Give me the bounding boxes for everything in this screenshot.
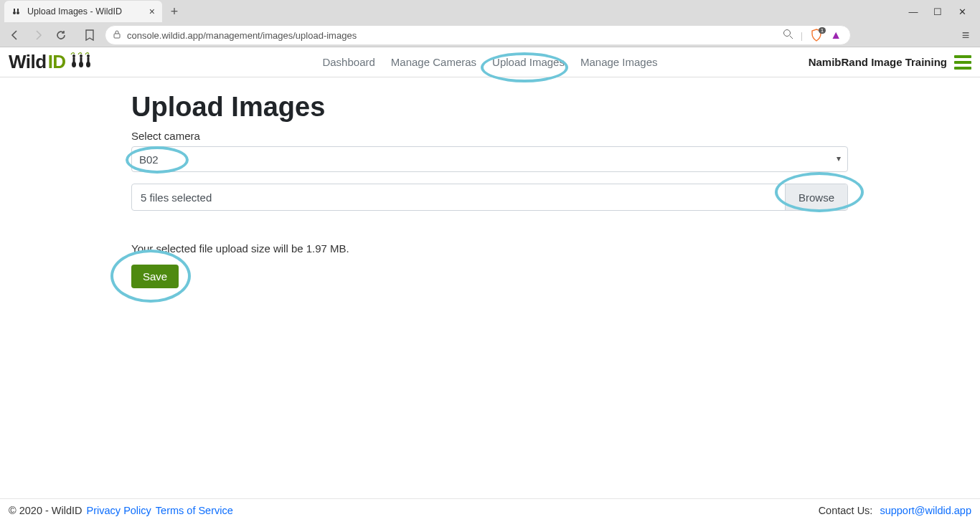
footer: © 2020 - WildID Privacy Policy Terms of … <box>0 498 980 522</box>
svg-point-0 <box>13 11 16 14</box>
select-camera-label: Select camera <box>131 130 849 142</box>
browser-tab[interactable]: Upload Images - WildID × <box>4 1 162 22</box>
footer-terms-link[interactable]: Terms of Service <box>156 505 233 516</box>
tab-title: Upload Images - WildID <box>27 6 122 16</box>
upload-size-info: Your selected file upload size will be 1… <box>131 242 849 255</box>
footer-copyright: © 2020 - WildID <box>9 505 83 516</box>
footer-contact-email[interactable]: support@wildid.app <box>880 505 971 516</box>
logo-figures-icon <box>69 52 93 72</box>
svg-rect-8 <box>72 57 75 62</box>
logo[interactable]: WildID <box>9 51 93 73</box>
org-section: NamibRand Image Training <box>809 55 971 70</box>
svg-rect-11 <box>80 57 82 62</box>
app-header: WildID Dashboard Manage Cameras Upload I… <box>0 47 980 77</box>
browser-chrome: Upload Images - WildID × + ― ☐ ✕ console… <box>0 0 980 47</box>
new-tab-button[interactable]: + <box>165 2 184 21</box>
maximize-icon[interactable]: ☐ <box>933 6 943 17</box>
svg-point-9 <box>72 54 75 57</box>
brave-shield-icon[interactable]: 1 <box>810 29 823 42</box>
svg-point-15 <box>87 54 90 57</box>
lock-icon <box>113 29 121 41</box>
minimize-icon[interactable]: ― <box>908 6 918 17</box>
favicon-icon <box>11 6 22 16</box>
close-window-icon[interactable]: ✕ <box>957 6 967 17</box>
url-text: console.wildid.app/management/images/upl… <box>127 30 357 41</box>
file-input-row: 5 files selected Browse <box>131 184 848 211</box>
file-status-text: 5 files selected <box>132 184 785 210</box>
logo-text-2: ID <box>48 51 66 73</box>
zoom-icon[interactable] <box>783 29 793 42</box>
nav-links: Dashboard Manage Cameras Upload Images M… <box>322 56 657 68</box>
logo-text-1: Wild <box>9 51 47 73</box>
tab-bar: Upload Images - WildID × + ― ☐ ✕ <box>0 0 980 23</box>
address-bar: console.wildid.app/management/images/upl… <box>0 23 980 47</box>
nav-upload-images[interactable]: Upload Images <box>492 56 565 68</box>
url-box[interactable]: console.wildid.app/management/images/upl… <box>105 25 851 45</box>
separator: | <box>801 30 803 41</box>
shield-count: 1 <box>819 27 826 34</box>
nav-manage-images[interactable]: Manage Images <box>580 56 658 68</box>
svg-point-13 <box>86 62 90 67</box>
browse-button[interactable]: Browse <box>785 184 847 210</box>
svg-point-12 <box>80 54 83 57</box>
hamburger-menu-icon[interactable] <box>954 55 971 70</box>
page-title: Upload Images <box>131 92 849 123</box>
svg-rect-2 <box>14 9 15 11</box>
browser-menu-icon[interactable]: ≡ <box>958 28 973 43</box>
window-controls: ― ☐ ✕ <box>908 6 976 17</box>
org-name: NamibRand Image Training <box>809 56 947 68</box>
main-content: Upload Images Select camera B02 ▾ 5 file… <box>0 77 849 288</box>
back-button[interactable] <box>7 27 23 43</box>
nav-dashboard[interactable]: Dashboard <box>322 56 374 68</box>
svg-rect-4 <box>114 34 120 38</box>
svg-line-6 <box>790 36 793 39</box>
camera-select[interactable]: B02 <box>131 146 848 172</box>
save-button[interactable]: Save <box>131 265 179 288</box>
svg-point-5 <box>783 30 790 37</box>
footer-contact-label: Contact Us: <box>819 505 876 516</box>
svg-point-1 <box>17 11 19 14</box>
bookmark-icon[interactable] <box>82 27 98 43</box>
extension-icon[interactable]: ▲ <box>830 29 842 42</box>
nav-manage-cameras[interactable]: Manage Cameras <box>391 56 476 68</box>
svg-point-10 <box>79 62 83 67</box>
close-tab-icon[interactable]: × <box>149 6 155 17</box>
reload-button[interactable] <box>53 27 69 43</box>
forward-button[interactable] <box>30 27 46 43</box>
footer-privacy-link[interactable]: Privacy Policy <box>87 505 151 516</box>
svg-rect-14 <box>87 57 89 62</box>
svg-rect-3 <box>17 9 19 11</box>
svg-point-7 <box>72 62 76 67</box>
